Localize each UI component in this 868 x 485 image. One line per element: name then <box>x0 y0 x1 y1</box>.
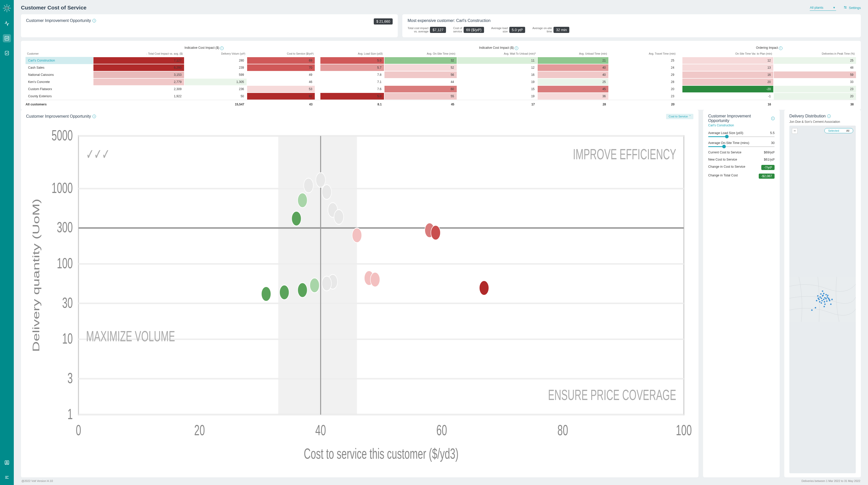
result-row: Change in Total Cost-$2,087 <box>708 173 775 179</box>
svg-point-102 <box>831 299 833 300</box>
svg-point-77 <box>824 297 826 299</box>
footer: @2022 Volt Version H.10 Deliveries betwe… <box>21 477 861 483</box>
svg-point-61 <box>280 285 289 299</box>
svg-text:100: 100 <box>676 422 692 438</box>
map-toggle-selected[interactable]: Selected <box>825 128 843 133</box>
info-icon[interactable]: i <box>220 46 224 50</box>
most-expensive-title: Most expensive customer: Carl's Construc… <box>407 19 856 23</box>
info-icon[interactable]: i <box>92 19 96 23</box>
onsite-time-slider[interactable] <box>708 146 775 147</box>
table-row[interactable]: National Caissons3,153599497.85616402916… <box>26 71 856 78</box>
svg-text:1000: 1000 <box>52 180 73 196</box>
svg-text:MAXIMIZE VOLUME: MAXIMIZE VOLUME <box>86 328 175 344</box>
opportunity-simulator-title: Customer Improvement Opportunity i <box>708 114 775 123</box>
svg-point-18 <box>844 6 845 7</box>
svg-rect-22 <box>79 136 684 415</box>
settings-button[interactable]: Settings <box>843 6 861 10</box>
svg-point-86 <box>817 295 819 297</box>
svg-point-13 <box>6 461 8 463</box>
info-icon[interactable]: i <box>827 115 831 118</box>
scatter-plot[interactable]: 13103010030010005000020406080100IMPROVE … <box>26 121 693 473</box>
svg-text:✓✓✓: ✓✓✓ <box>86 146 110 162</box>
improvement-summary-title: Customer Improvement Opportunity i <box>26 19 96 23</box>
svg-point-91 <box>819 301 820 302</box>
customer-name[interactable]: Cash Sales <box>26 64 93 71</box>
header: Customer Cost of Service All plants Sett… <box>21 5 861 11</box>
map-filter-toggle[interactable]: Selected All <box>824 128 853 133</box>
svg-point-94 <box>830 303 832 305</box>
svg-point-54 <box>352 228 362 243</box>
svg-point-90 <box>823 293 825 294</box>
svg-text:5000: 5000 <box>52 127 73 143</box>
customer-name[interactable]: Custom Flatworx <box>26 86 93 93</box>
svg-text:20: 20 <box>194 422 205 438</box>
svg-text:80: 80 <box>558 422 568 438</box>
customer-name[interactable]: Ken's Concrete <box>26 78 93 86</box>
info-icon[interactable]: i <box>92 115 96 118</box>
table-row[interactable]: Carl's Construction7,127280695.032112125… <box>26 57 856 64</box>
main-content: Customer Cost of Service All plants Sett… <box>14 0 868 485</box>
most-expensive-card: Most expensive customer: Carl's Construc… <box>402 14 861 37</box>
table-row[interactable]: Ken's Concrete2,7791,305467.144192528203… <box>26 78 856 86</box>
customer-name[interactable]: National Caissons <box>26 71 93 78</box>
page-title: Customer Cost of Service <box>21 5 87 11</box>
svg-point-88 <box>821 302 822 304</box>
table-row[interactable]: Cash Sales6,293239705.7521240241348 <box>26 64 856 71</box>
svg-text:Cost to service this customer : Cost to service this customer ($/yd3) <box>304 445 459 461</box>
nav-activity-icon[interactable] <box>3 20 11 28</box>
customer-name[interactable]: Carl's Construction <box>26 57 93 64</box>
svg-text:10: 10 <box>62 330 73 347</box>
plant-filter-select[interactable]: All plants <box>810 5 836 11</box>
sidebar: C60 <box>0 0 14 485</box>
svg-point-20 <box>845 8 846 8</box>
svg-point-74 <box>821 297 822 299</box>
svg-point-80 <box>822 295 824 296</box>
customer-name[interactable]: County Exteriors <box>26 93 93 100</box>
customer-table-card: Indicative Cost Impact ($) i Indicative … <box>21 41 861 109</box>
scatter-title: Customer Improvement Opportunity i <box>26 114 96 119</box>
table-total-row: All customers15,547438.1451728201638 <box>26 100 856 107</box>
info-icon[interactable]: i <box>515 46 518 50</box>
load-size-slider[interactable] <box>708 136 775 137</box>
result-row: Current Cost to Service$69/yd³ <box>708 151 775 154</box>
svg-point-64 <box>431 225 440 240</box>
svg-point-93 <box>815 307 816 309</box>
svg-point-49 <box>304 178 313 193</box>
svg-point-79 <box>821 300 823 301</box>
nav-checklist-icon[interactable] <box>3 49 11 57</box>
svg-point-83 <box>824 301 825 302</box>
scatter-card: Customer Improvement Opportunity i Cost … <box>21 110 699 477</box>
svg-line-6 <box>8 10 10 11</box>
svg-point-58 <box>322 276 331 291</box>
svg-point-81 <box>827 296 828 298</box>
map-zoom-out[interactable]: − <box>792 128 798 134</box>
info-icon[interactable]: i <box>771 117 775 120</box>
info-icon[interactable]: i <box>779 46 782 50</box>
nav-analytics-icon[interactable] <box>3 34 11 42</box>
table-row[interactable]: County Exteriors1,92250825.055193623-120 <box>26 93 856 100</box>
nav-user-icon[interactable] <box>3 458 11 466</box>
svg-point-84 <box>825 294 827 296</box>
delivery-map-subtitle: Jon Doe & Son's Cement Association <box>789 120 856 124</box>
map-toggle-all[interactable]: All <box>843 128 853 133</box>
result-row: Change in Cost to Service-7/yd³ <box>708 165 775 170</box>
svg-point-96 <box>816 300 817 301</box>
svg-point-85 <box>828 297 829 299</box>
table-row[interactable]: Custom Flatworx2,309236537.660154520-202… <box>26 86 856 93</box>
svg-point-82 <box>818 299 820 300</box>
svg-text:Delivery quantity (UoM): Delivery quantity (UoM) <box>31 199 41 352</box>
delivery-map[interactable]: − Selected All <box>789 126 856 473</box>
svg-point-65 <box>479 281 489 295</box>
delivery-map-card: Delivery Distribution i Jon Doe & Son's … <box>784 110 861 477</box>
scatter-metric-select[interactable]: Cost to Service ˅ <box>666 114 693 119</box>
delivery-map-title: Delivery Distribution i <box>789 114 856 119</box>
svg-text:0: 0 <box>76 422 81 438</box>
nav-menu-icon[interactable] <box>3 473 11 481</box>
svg-text:IMPROVE EFFICIENCY: IMPROVE EFFICIENCY <box>573 146 676 162</box>
svg-point-51 <box>322 185 331 199</box>
opportunity-simulator-card: Customer Improvement Opportunity i Carl'… <box>703 110 780 477</box>
settings-icon <box>843 6 847 10</box>
svg-point-76 <box>823 299 825 300</box>
svg-point-99 <box>820 293 822 295</box>
improvement-summary-value: $ 21,660 <box>374 19 393 25</box>
